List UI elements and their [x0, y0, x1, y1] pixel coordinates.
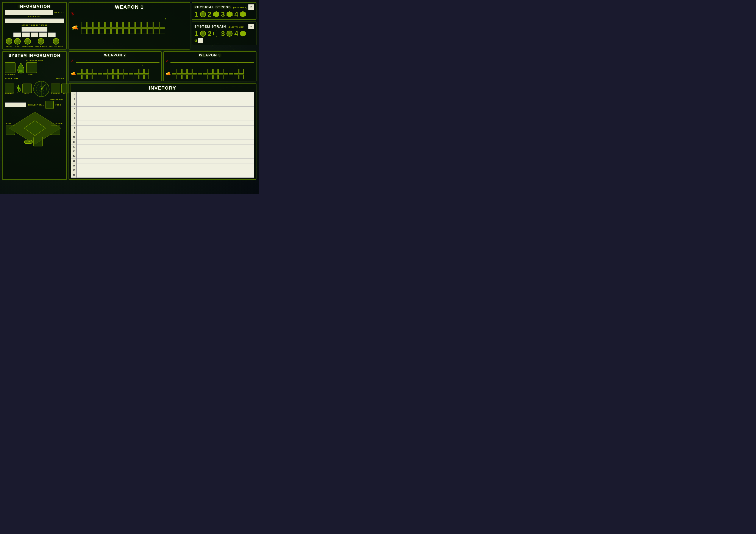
weapon1-stat2[interactable] [121, 18, 164, 22]
inventory-row-entry[interactable] [76, 159, 254, 164]
stress-hex-3[interactable] [240, 11, 246, 17]
ammo-box[interactable] [234, 69, 239, 74]
inventory-row-entry[interactable] [76, 102, 254, 107]
shields-total-input[interactable] [5, 103, 26, 107]
ammo-box[interactable] [224, 74, 228, 79]
inventory-row-entry[interactable] [76, 168, 254, 173]
inventory-row-entry[interactable] [76, 92, 254, 97]
inventory-row-entry[interactable] [76, 144, 254, 149]
ammo-box[interactable] [117, 22, 123, 28]
ammo-box[interactable] [103, 74, 108, 79]
ammo-box[interactable] [129, 28, 135, 34]
ammo-box[interactable] [234, 74, 239, 79]
ammo-box[interactable] [93, 74, 97, 79]
weapon1-stat3[interactable] [167, 18, 188, 22]
port-box[interactable] [6, 126, 15, 135]
inventory-row-entry[interactable] [76, 164, 254, 168]
ammo-box[interactable] [139, 74, 144, 79]
ammo-box[interactable] [198, 69, 202, 74]
stat-box-3[interactable] [31, 33, 39, 37]
physical-stress-value-box[interactable]: 2 [248, 4, 254, 10]
ammo-box[interactable] [153, 28, 159, 34]
inventory-row-entry[interactable] [76, 140, 254, 144]
inventory-row-entry[interactable] [76, 111, 254, 116]
ammo-box[interactable] [113, 74, 118, 79]
ammo-box[interactable] [118, 74, 123, 79]
ammo-box[interactable] [218, 74, 223, 79]
weapon1-name-input[interactable] [76, 12, 188, 16]
weapon3-stat2[interactable] [204, 64, 235, 68]
ammo-box[interactable] [123, 69, 128, 74]
ammo-box[interactable] [139, 69, 144, 74]
ammo-box[interactable] [172, 69, 176, 74]
ammo-box[interactable] [208, 69, 213, 74]
weapon2-stat1[interactable] [75, 64, 107, 68]
fore-box[interactable] [45, 101, 54, 109]
starboard-box[interactable] [51, 126, 60, 135]
ammo-box[interactable] [144, 69, 149, 74]
given-name-input[interactable] [5, 18, 64, 23]
stat-box-2[interactable] [22, 33, 30, 37]
ammo-box[interactable] [87, 22, 93, 28]
model-id-input[interactable] [5, 10, 53, 15]
stat-box-4[interactable] [39, 33, 47, 37]
inventory-row-entry[interactable] [76, 149, 254, 154]
ammo-box[interactable] [81, 28, 87, 34]
ammo-box[interactable] [208, 74, 213, 79]
ammo-box[interactable] [99, 28, 105, 34]
ammo-box[interactable] [111, 22, 117, 28]
aft-box[interactable] [33, 137, 43, 146]
power-current-box[interactable] [5, 84, 14, 93]
ammo-box[interactable] [87, 74, 92, 79]
ammo-box[interactable] [118, 69, 123, 74]
strain-circle-1[interactable] [200, 31, 206, 37]
ammo-box[interactable] [134, 69, 139, 74]
ammo-box[interactable] [203, 69, 207, 74]
ammo-box[interactable] [229, 69, 233, 74]
ammo-box[interactable] [97, 69, 102, 74]
ammo-box[interactable] [111, 28, 117, 34]
stress-hex-1[interactable] [213, 11, 219, 17]
weapon2-name-input[interactable] [76, 59, 159, 63]
strain-hex-outline-1[interactable] [213, 31, 219, 37]
ammo-box[interactable] [192, 69, 197, 74]
inventory-row-entry[interactable] [76, 116, 254, 121]
inventory-row-entry[interactable] [76, 130, 254, 135]
ammo-box[interactable] [129, 69, 133, 74]
fuel-total-box[interactable] [26, 62, 37, 73]
strain-circle-2[interactable] [227, 31, 232, 37]
ammo-box[interactable] [187, 69, 192, 74]
ammo-box[interactable] [141, 28, 147, 34]
ammo-box[interactable] [213, 74, 218, 79]
stress-circle-1[interactable] [200, 11, 206, 17]
ammo-box[interactable] [117, 28, 123, 34]
stat-box-5[interactable] [48, 33, 56, 37]
inventory-row-entry[interactable] [76, 126, 254, 130]
ammo-box[interactable] [97, 74, 102, 79]
ammo-box[interactable] [224, 69, 228, 74]
ammo-box[interactable] [213, 69, 218, 74]
inventory-row-entry[interactable] [76, 121, 254, 126]
strain-extra-box[interactable] [198, 38, 203, 43]
ammo-box[interactable] [108, 69, 113, 74]
ammo-box[interactable] [93, 69, 97, 74]
ammo-box[interactable] [113, 69, 118, 74]
ammo-box[interactable] [108, 74, 113, 79]
power-total-box[interactable] [22, 84, 32, 93]
inventory-row-entry[interactable] [76, 97, 254, 102]
weapon2-stat3[interactable] [144, 64, 159, 68]
coaxium-current-box[interactable] [51, 84, 60, 93]
ammo-box[interactable] [135, 28, 141, 34]
ammo-box[interactable] [229, 74, 233, 79]
ammo-box[interactable] [172, 74, 176, 79]
inventory-row-entry[interactable] [76, 154, 254, 159]
ammo-box[interactable] [135, 22, 141, 28]
weapon3-name-input[interactable] [171, 59, 254, 63]
ammo-box[interactable] [177, 74, 182, 79]
weapon3-stat3[interactable] [238, 64, 254, 68]
ammo-box[interactable] [129, 22, 135, 28]
ammo-box[interactable] [177, 69, 182, 74]
ammo-box[interactable] [99, 22, 105, 28]
system-strain-value-box[interactable]: 4 [248, 24, 254, 29]
ammo-box[interactable] [153, 22, 159, 28]
